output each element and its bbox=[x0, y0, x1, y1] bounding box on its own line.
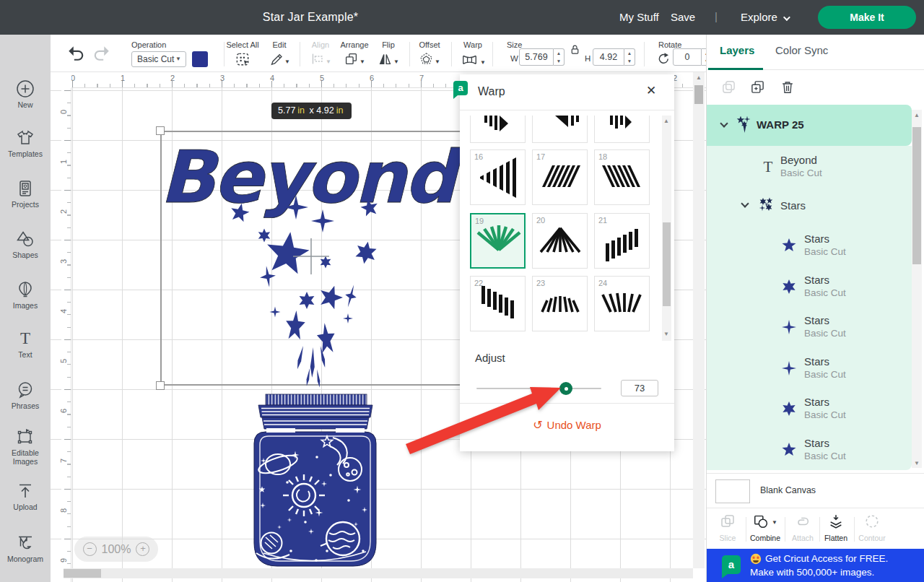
warp-style-tile-22[interactable]: 22 bbox=[470, 276, 526, 331]
close-icon[interactable]: ✕ bbox=[646, 83, 656, 98]
scroll-up-icon[interactable]: ▲ bbox=[696, 74, 702, 81]
duplicate-icon[interactable] bbox=[750, 79, 765, 95]
trash-icon[interactable] bbox=[780, 79, 795, 95]
edit-button[interactable]: ▼ bbox=[269, 52, 290, 69]
scroll-down-icon[interactable]: ▼ bbox=[663, 331, 669, 337]
chevron-down-icon[interactable] bbox=[741, 199, 749, 207]
height-input[interactable]: 4.92 bbox=[593, 48, 624, 66]
make-it-button[interactable]: Make It bbox=[818, 6, 916, 29]
flip-button[interactable]: ▼ bbox=[378, 52, 399, 69]
redo-icon bbox=[92, 43, 111, 62]
undo-button[interactable] bbox=[66, 43, 85, 65]
warp-style-tile-partial[interactable] bbox=[594, 116, 650, 143]
warp-style-tile-20[interactable]: 20 bbox=[532, 213, 588, 269]
layer-row-stars[interactable]: StarsBasic Cut bbox=[707, 430, 912, 471]
sidebar-item-monogram[interactable]: Monogram bbox=[0, 534, 51, 563]
layer-name: Stars bbox=[804, 274, 846, 287]
chevron-down-icon bbox=[783, 14, 790, 21]
zoom-in-button[interactable]: + bbox=[136, 542, 149, 556]
zoom-out-button[interactable]: − bbox=[83, 542, 97, 556]
warp-button[interactable]: ▼ bbox=[461, 53, 486, 69]
sidebar-item-text[interactable]: T Text bbox=[0, 329, 51, 359]
warp-style-tile-partial[interactable] bbox=[532, 116, 588, 143]
width-stepper[interactable]: ▲▼ bbox=[554, 48, 565, 66]
layer-row-beyond[interactable]: T Beyond Basic Cut bbox=[707, 146, 912, 188]
canvas-horizontal-scrollbar[interactable] bbox=[64, 568, 693, 578]
layers-list: WARP 25 T Beyond Basic Cut bbox=[707, 105, 924, 473]
layer-name: Stars bbox=[804, 396, 846, 409]
layer-row-stars[interactable]: StarsBasic Cut bbox=[707, 348, 912, 389]
adjust-value-input[interactable]: 73 bbox=[621, 380, 658, 396]
star-jar-artwork[interactable] bbox=[248, 388, 381, 569]
layer-group-stars[interactable]: Stars bbox=[707, 188, 912, 225]
redo-button[interactable] bbox=[92, 43, 111, 65]
select-all-button[interactable] bbox=[235, 52, 250, 70]
layer-row-stars[interactable]: StarsBasic Cut bbox=[707, 266, 912, 308]
warp-style-tile-23[interactable]: 23 bbox=[532, 276, 588, 331]
warp-tiles-scrollbar[interactable]: ▲ ▼ bbox=[662, 116, 671, 341]
sidebar-item-projects[interactable]: Projects bbox=[0, 179, 51, 209]
lock-aspect-icon[interactable] bbox=[569, 42, 581, 57]
sidebar-item-shapes[interactable]: Shapes bbox=[0, 230, 51, 259]
sidebar-item-templates[interactable]: Templates bbox=[0, 129, 51, 158]
arrange-button[interactable]: ▼ bbox=[344, 52, 365, 69]
balloon-icon bbox=[16, 280, 35, 299]
warp-style-tile-18[interactable]: 18 bbox=[594, 149, 650, 205]
toolbar-divider bbox=[451, 42, 452, 66]
edit-label: Edit bbox=[273, 40, 287, 49]
layer-color-swatch[interactable] bbox=[192, 51, 208, 67]
layer-row-stars[interactable]: StarsBasic Cut bbox=[707, 307, 912, 348]
cricut-access-banner[interactable]: a Get Cricut Access for FREE. Make with … bbox=[707, 549, 924, 582]
scrollbar-thumb[interactable] bbox=[912, 127, 921, 264]
arrange-label: Arrange bbox=[340, 40, 368, 49]
layer-operation: Basic Cut bbox=[804, 450, 846, 462]
my-stuff-link[interactable]: My Stuff bbox=[619, 0, 659, 35]
layer-row-stars[interactable]: StarsBasic Cut bbox=[707, 225, 912, 266]
combine-button[interactable]: ▼ Combine bbox=[747, 513, 783, 542]
scroll-up-icon[interactable]: ▲ bbox=[914, 112, 920, 118]
layer-operation: Basic Cut bbox=[780, 167, 822, 179]
stars-artwork[interactable] bbox=[159, 195, 476, 397]
blank-canvas-swatch[interactable] bbox=[715, 479, 750, 503]
warp-style-tile-16[interactable]: 16 bbox=[470, 149, 526, 205]
warp-style-tile-partial[interactable] bbox=[470, 116, 526, 143]
offset-button[interactable]: ▼ bbox=[419, 52, 440, 69]
flatten-button[interactable]: Flatten bbox=[819, 513, 853, 542]
scroll-down-icon[interactable]: ▼ bbox=[914, 460, 920, 466]
monogram-icon bbox=[16, 534, 35, 552]
canvas-vertical-scrollbar[interactable]: ▲ bbox=[693, 72, 705, 568]
layers-scrollbar[interactable]: ▲ ▼ bbox=[912, 110, 922, 468]
save-link[interactable]: Save bbox=[671, 0, 695, 35]
warp-style-tile-24[interactable]: 24 bbox=[594, 276, 650, 331]
shapes-icon bbox=[16, 230, 35, 248]
height-stepper[interactable]: ▲▼ bbox=[624, 48, 635, 66]
warp-style-tile-19-selected[interactable]: 19 bbox=[470, 213, 526, 269]
layer-row-stars[interactable]: StarsBasic Cut bbox=[707, 388, 912, 430]
sidebar-item-phrases[interactable]: Phrases bbox=[0, 381, 51, 410]
selection-handle-top-left[interactable] bbox=[156, 126, 165, 135]
rotate-input[interactable]: 0 bbox=[673, 48, 702, 66]
chevron-down-icon[interactable] bbox=[720, 119, 728, 127]
tab-layers[interactable]: Layers bbox=[720, 44, 754, 56]
scrollbar-thumb[interactable] bbox=[694, 85, 703, 104]
sidebar-item-new[interactable]: New bbox=[0, 79, 51, 109]
phrases-icon bbox=[16, 381, 35, 399]
warp-style-tile-21[interactable]: 21 bbox=[594, 213, 650, 269]
explore-menu[interactable]: Explore bbox=[741, 0, 788, 35]
ruler-number: 3 bbox=[59, 254, 68, 269]
sidebar-item-images[interactable]: Images bbox=[0, 280, 51, 310]
rotate-button[interactable] bbox=[656, 52, 670, 69]
scrollbar-thumb[interactable] bbox=[663, 222, 671, 306]
scroll-up-icon[interactable]: ▲ bbox=[663, 118, 669, 124]
flip-icon bbox=[378, 52, 392, 66]
warp-style-tile-17[interactable]: 17 bbox=[532, 149, 588, 205]
selection-handle-bottom-left[interactable] bbox=[156, 381, 165, 390]
operation-select[interactable]: Basic Cut ▼ bbox=[131, 51, 186, 67]
scrollbar-thumb[interactable] bbox=[64, 569, 101, 578]
ruler-number: 1 bbox=[121, 74, 125, 82]
width-input[interactable]: 5.769 bbox=[519, 48, 554, 66]
sidebar-item-editable-images[interactable]: Editable Images bbox=[0, 427, 51, 466]
sidebar-item-upload[interactable]: Upload bbox=[0, 482, 51, 511]
layer-group-warp25[interactable]: WARP 25 bbox=[707, 105, 912, 146]
tab-color-sync[interactable]: Color Sync bbox=[775, 44, 828, 56]
